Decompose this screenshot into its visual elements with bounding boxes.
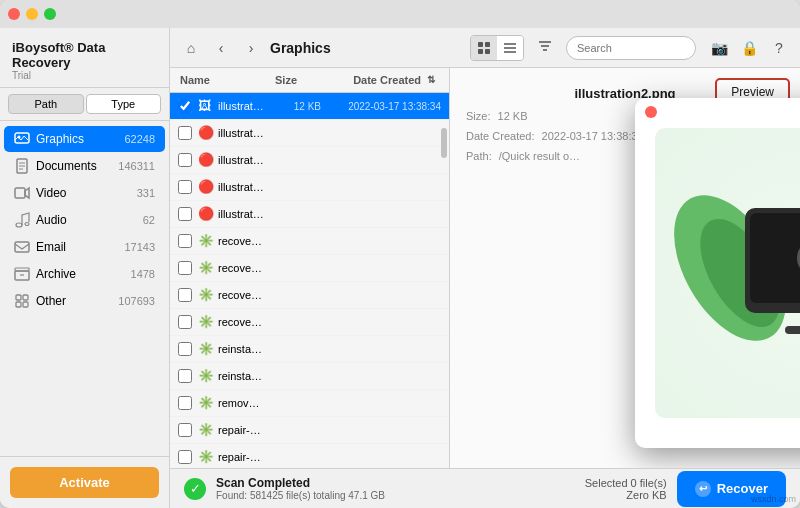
popup-close-button[interactable] [645, 106, 657, 118]
table-row[interactable]: ✳️ reinsta… [170, 336, 449, 363]
search-input[interactable] [566, 36, 696, 60]
view-toggle [470, 35, 524, 61]
titlebar [0, 0, 800, 28]
toolbar: ⌂ ‹ › Graphics 📷 🔒 [170, 28, 800, 68]
app-window: iBoysoft® Data Recovery Trial Path Type … [0, 0, 800, 508]
scan-complete-icon: ✓ [184, 478, 206, 500]
svg-rect-20 [485, 49, 490, 54]
file-checkbox[interactable] [178, 126, 192, 140]
table-row[interactable]: 🔴 illustrat… [170, 174, 449, 201]
file-checkbox[interactable] [178, 153, 192, 167]
sidebar-item-count-audio: 62 [143, 214, 155, 226]
sidebar-item-audio[interactable]: Audio 62 [4, 207, 165, 233]
file-checkbox[interactable] [178, 423, 192, 437]
file-size: 12 KB [266, 101, 321, 112]
file-checkbox[interactable] [178, 261, 192, 275]
help-button[interactable]: ? [768, 37, 790, 59]
svg-rect-13 [16, 295, 21, 300]
svg-point-8 [25, 223, 29, 226]
table-row[interactable]: ✳️ repair-… [170, 444, 449, 468]
svg-rect-17 [478, 42, 483, 47]
table-row[interactable]: 🔴 illustrat… [170, 201, 449, 228]
sidebar-item-label-archive: Archive [36, 267, 131, 281]
table-row[interactable]: ✳️ recove… [170, 309, 449, 336]
date-value: 2022-03-17 13:38:34 [542, 130, 644, 142]
table-row[interactable]: 🔴 illustrat… [170, 120, 449, 147]
file-list: 🖼 illustration2.png 12 KB 2022-03-17 13:… [170, 93, 449, 468]
path-tab[interactable]: Path [8, 94, 84, 114]
scrollbar[interactable] [441, 128, 447, 158]
file-type-icon: ✳️ [198, 341, 214, 357]
sidebar-header: iBoysoft® Data Recovery Trial [0, 28, 169, 88]
file-checkbox[interactable] [178, 234, 192, 248]
path-type-tabs: Path Type [0, 88, 169, 121]
sort-icon: ⇅ [427, 74, 439, 86]
sidebar-item-label-audio: Audio [36, 213, 143, 227]
table-row[interactable]: ✳️ recove… [170, 228, 449, 255]
sidebar-item-other[interactable]: Other 107693 [4, 288, 165, 314]
sidebar-item-archive[interactable]: Archive 1478 [4, 261, 165, 287]
file-checkbox[interactable] [178, 342, 192, 356]
file-checkbox[interactable] [178, 396, 192, 410]
table-row[interactable]: ✳️ recove… [170, 255, 449, 282]
svg-rect-16 [23, 302, 28, 307]
file-checkbox[interactable] [178, 180, 192, 194]
sidebar-item-video[interactable]: Video 331 [4, 180, 165, 206]
file-name: recove… [218, 289, 266, 301]
file-checkbox[interactable] [178, 369, 192, 383]
file-type-icon: ✳️ [198, 233, 214, 249]
file-checkbox[interactable] [178, 450, 192, 464]
sidebar-item-label-email: Email [36, 240, 124, 254]
table-row[interactable]: ✳️ reinsta… [170, 363, 449, 390]
forward-button[interactable]: › [240, 37, 262, 59]
sidebar-item-label-other: Other [36, 294, 118, 308]
file-name: illustrat… [218, 154, 266, 166]
activate-button[interactable]: Activate [10, 467, 159, 498]
file-type-icon: ✳️ [198, 422, 214, 438]
file-name: repair-… [218, 451, 266, 463]
table-row[interactable]: ✳️ remov… [170, 390, 449, 417]
preview-panel:  ? [450, 68, 800, 468]
file-name: illustrat… [218, 181, 266, 193]
minimize-button[interactable] [26, 8, 38, 20]
home-button[interactable]: ⌂ [180, 37, 202, 59]
file-checkbox[interactable] [178, 207, 192, 221]
app-title: iBoysoft® Data Recovery [12, 40, 157, 70]
file-type-icon: 🔴 [198, 125, 214, 141]
sidebar-item-count-video: 331 [137, 187, 155, 199]
maximize-button[interactable] [44, 8, 56, 20]
sidebar-item-email[interactable]: Email 17143 [4, 234, 165, 260]
back-button[interactable]: ‹ [210, 37, 232, 59]
filter-button[interactable] [532, 35, 558, 61]
info-button[interactable]: 🔒 [738, 37, 760, 59]
file-checkbox[interactable] [178, 288, 192, 302]
sidebar-item-documents[interactable]: Documents 146311 [4, 153, 165, 179]
grid-view-button[interactable] [471, 36, 497, 60]
type-tab[interactable]: Type [86, 94, 162, 114]
selected-info: Selected 0 file(s) Zero KB [585, 477, 667, 501]
sidebar-item-count-graphics: 62248 [124, 133, 155, 145]
svg-rect-6 [15, 188, 25, 198]
toolbar-icons: 📷 🔒 ? [708, 37, 790, 59]
table-row[interactable]: ✳️ recove… [170, 282, 449, 309]
archive-icon [14, 266, 30, 282]
svg-rect-36 [785, 326, 800, 334]
sidebar-item-count-email: 17143 [124, 241, 155, 253]
file-checkbox[interactable] [178, 315, 192, 329]
file-name: recove… [218, 262, 266, 274]
table-row[interactable]: 🔴 illustrat… [170, 147, 449, 174]
sidebar-item-label-graphics: Graphics [36, 132, 124, 146]
camera-button[interactable]: 📷 [708, 37, 730, 59]
table-row[interactable]: 🖼 illustration2.png 12 KB 2022-03-17 13:… [170, 93, 449, 120]
table-row[interactable]: ✳️ repair-… [170, 417, 449, 444]
date-label: Date Created: [466, 130, 534, 142]
close-button[interactable] [8, 8, 20, 20]
sidebar-item-graphics[interactable]: Graphics 62248 [4, 126, 165, 152]
file-name: repair-… [218, 424, 266, 436]
file-checkbox[interactable] [178, 99, 192, 113]
scan-subtitle: Found: 581425 file(s) totaling 47.1 GB [216, 490, 385, 501]
list-view-button[interactable] [497, 36, 523, 60]
scan-title: Scan Completed [216, 476, 385, 490]
file-type-icon: 🔴 [198, 179, 214, 195]
content-area: Name Size Date Created ⇅ 🖼 illustration2… [170, 68, 800, 468]
